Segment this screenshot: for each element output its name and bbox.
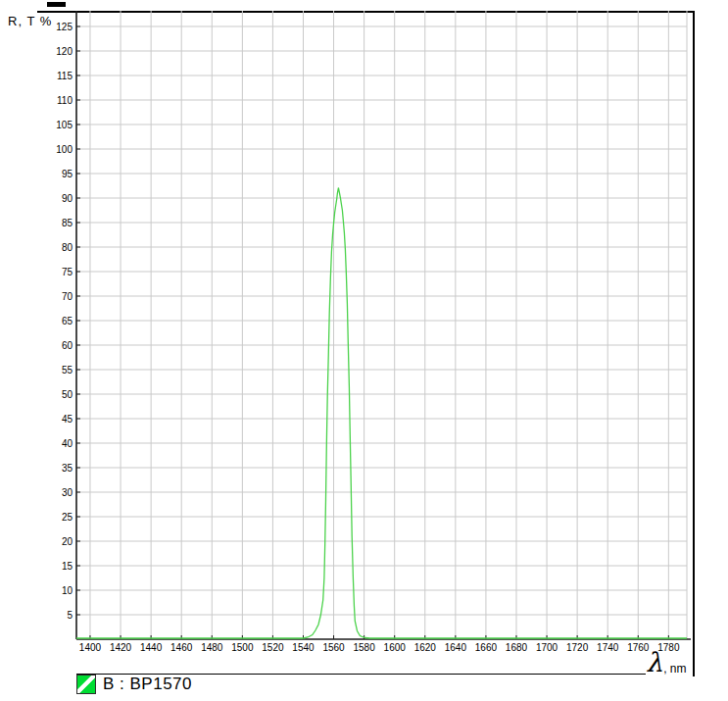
x-axis-unit: , nm [663,662,686,676]
svg-text:10: 10 [62,585,73,596]
svg-text:15: 15 [62,561,73,572]
svg-text:110: 110 [57,95,73,106]
svg-text:35: 35 [62,463,73,474]
svg-text:20: 20 [62,536,73,547]
svg-text:1620: 1620 [414,642,437,653]
svg-text:1660: 1660 [475,642,498,653]
svg-text:1420: 1420 [110,642,132,653]
legend: B : BP1570 [76,675,192,694]
svg-text:75: 75 [62,267,73,277]
svg-text:5: 5 [67,610,73,621]
svg-text:90: 90 [62,193,73,204]
svg-text:1500: 1500 [231,642,254,653]
svg-text:50: 50 [62,389,73,400]
svg-text:125: 125 [56,22,73,32]
legend-color-swatch [76,675,96,694]
svg-text:120: 120 [56,46,73,57]
y-tick-labels: 5101520253035404550556065707580859095100… [56,22,73,621]
svg-text:1480: 1480 [201,642,223,653]
svg-text:85: 85 [62,218,73,228]
svg-text:1540: 1540 [292,642,315,653]
svg-text:1720: 1720 [566,642,589,653]
x-tick-labels: 1400142014401460148015001520154015601580… [79,642,680,653]
svg-text:1520: 1520 [262,642,284,653]
svg-text:25: 25 [62,512,73,523]
svg-text:1740: 1740 [597,642,619,653]
svg-text:1460: 1460 [170,642,193,653]
svg-text:45: 45 [62,414,73,425]
svg-text:55: 55 [62,365,73,376]
svg-text:80: 80 [62,242,73,253]
svg-text:1400: 1400 [79,642,102,653]
svg-text:1580: 1580 [354,642,376,653]
svg-text:60: 60 [62,340,73,351]
spectrum-curve [76,188,687,639]
lambda-symbol: λ [646,650,662,676]
svg-text:40: 40 [62,438,73,449]
svg-text:1440: 1440 [140,642,163,653]
plot-area: 1400142014401460148015001520154015601580… [0,0,728,701]
svg-text:30: 30 [62,487,73,498]
legend-label: B : BP1570 [103,675,192,694]
tick-marks [76,26,668,639]
svg-text:1680: 1680 [506,642,528,653]
svg-text:105: 105 [56,120,73,130]
svg-text:100: 100 [56,144,73,155]
svg-text:65: 65 [62,316,73,326]
svg-text:1560: 1560 [322,642,345,653]
svg-text:115: 115 [57,71,73,81]
axes [76,11,691,639]
x-axis-label: λ , nm [646,650,686,676]
svg-text:95: 95 [62,169,73,179]
svg-text:1600: 1600 [384,642,407,653]
svg-text:1640: 1640 [445,642,467,653]
gridlines [76,11,687,639]
svg-text:70: 70 [62,291,73,302]
svg-text:1700: 1700 [536,642,558,653]
legend-item-bp1570[interactable]: B : BP1570 [76,675,192,694]
